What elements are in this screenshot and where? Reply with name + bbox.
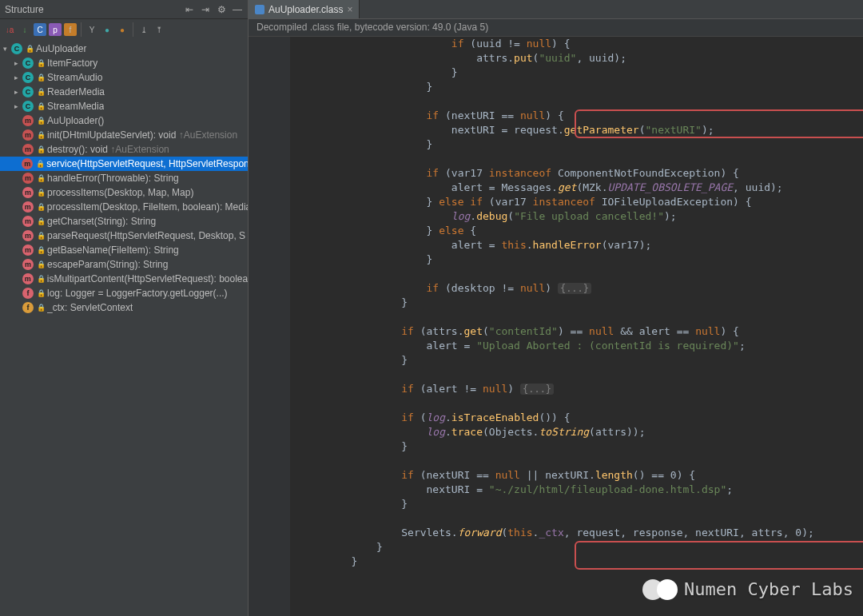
- editor-area: AuUploader.class × Decompiled .class fil…: [249, 0, 863, 616]
- code-line[interactable]: 145 alert = Messages.get(MZk.UPDATE_OBSO…: [249, 181, 863, 195]
- tree-item-label: getCharset(String): String: [47, 216, 156, 227]
- filter-p-icon[interactable]: p: [49, 23, 62, 36]
- arrow-icon[interactable]: ▸: [14, 59, 22, 67]
- lock-icon: 🔒: [37, 59, 46, 67]
- code-line[interactable]: 135 if (uuid != null) {: [249, 37, 863, 51]
- sort-alpha-icon[interactable]: ↓a: [3, 23, 16, 36]
- structure-tree-item[interactable]: ▾C🔒AuUploader: [0, 42, 248, 56]
- structure-tree-item[interactable]: m🔒processItem(Desktop, FileItem, boolean…: [0, 200, 248, 214]
- code-line[interactable]: 167 if (alert != null) {...}: [249, 382, 863, 396]
- structure-tree-item[interactable]: m🔒service(HttpServletRequest, HttpServle…: [0, 157, 248, 171]
- code-line[interactable]: 137 }: [249, 66, 863, 80]
- close-icon[interactable]: ×: [347, 4, 352, 15]
- code-line[interactable]: 184 }: [249, 439, 863, 454]
- tree-item-label: AuUploader: [36, 43, 86, 54]
- code-line[interactable]: 188 }: [249, 497, 863, 511]
- code-text: } else {: [301, 224, 476, 238]
- tree-item-label: parseRequest(HttpServletRequest, Desktop…: [47, 230, 245, 241]
- node-kind-icon: m: [22, 230, 34, 241]
- structure-tree-item[interactable]: ▸C🔒ItemFactory: [0, 56, 248, 70]
- code-line[interactable]: 151: [249, 267, 863, 281]
- structure-tree-item[interactable]: m🔒escapeParam(String): String: [0, 257, 248, 272]
- code-line[interactable]: 143: [249, 152, 863, 166]
- code-line[interactable]: 189: [249, 511, 863, 526]
- node-kind-icon: f: [22, 288, 34, 299]
- structure-tree-item[interactable]: m🔒isMultipartContent(HttpServletRequest)…: [0, 272, 248, 286]
- code-line[interactable]: 144 if (var17 instanceof ComponentNotFou…: [249, 166, 863, 181]
- code-line[interactable]: 183 log.trace(Objects.toString(attrs));: [249, 425, 863, 439]
- gear-icon[interactable]: ⚙: [216, 4, 227, 15]
- code-text: }: [301, 554, 357, 569]
- node-kind-icon: C: [22, 58, 34, 69]
- arrow-icon[interactable]: ▾: [3, 45, 11, 53]
- expand-panel-icon[interactable]: ⇥: [200, 4, 211, 15]
- code-line[interactable]: 162: [249, 310, 863, 324]
- code-line[interactable]: 182 if (log.isTraceEnabled()) {: [249, 411, 863, 425]
- editor-tab[interactable]: AuUploader.class ×: [249, 0, 360, 18]
- code-line[interactable]: 185: [249, 454, 863, 468]
- filter-c-icon[interactable]: C: [34, 23, 46, 36]
- code-line[interactable]: 165 }: [249, 353, 863, 368]
- lock-icon: 🔒: [26, 45, 34, 53]
- tree-item-label: isMultipartContent(HttpServletRequest): …: [47, 273, 248, 284]
- code-editor[interactable]: Numen Cyber Labs 135 if (uuid != null) {…: [249, 37, 863, 616]
- arrow-icon[interactable]: ▸: [14, 74, 22, 81]
- code-line[interactable]: 186 if (nextURI == null || nextURI.lengt…: [249, 468, 863, 483]
- code-text: if (uuid != null) {: [301, 37, 571, 51]
- code-line[interactable]: 148 } else {: [249, 224, 863, 238]
- filter-orange-icon[interactable]: ●: [116, 23, 129, 36]
- code-line[interactable]: 150 }: [249, 252, 863, 267]
- code-line[interactable]: 190 Servlets.forward(this._ctx, request,…: [249, 526, 863, 540]
- structure-tree-item[interactable]: m🔒destroy(): void ↑AuExtension: [0, 142, 248, 157]
- code-line[interactable]: 187 nextURI = "~./zul/html/fileupload-do…: [249, 483, 863, 497]
- code-line[interactable]: 166: [249, 368, 863, 382]
- code-line[interactable]: 136 attrs.put("uuid", uuid);: [249, 51, 863, 66]
- lock-icon: 🔒: [37, 117, 46, 125]
- structure-tree-item[interactable]: ▸C🔒StreamMedia: [0, 99, 248, 113]
- structure-tree-item[interactable]: m🔒parseRequest(HttpServletRequest, Deskt…: [0, 229, 248, 243]
- branch-icon[interactable]: Y: [86, 23, 98, 36]
- code-line[interactable]: 181: [249, 396, 863, 411]
- code-line[interactable]: 149 alert = this.handleError(var17);: [249, 238, 863, 252]
- node-kind-icon: m: [22, 216, 34, 227]
- structure-tree-item[interactable]: m🔒getCharset(String): String: [0, 214, 248, 229]
- tree-item-label: StreamAudio: [47, 72, 102, 83]
- code-line[interactable]: 142 }: [249, 137, 863, 152]
- sort-visibility-icon[interactable]: ↓: [18, 23, 31, 36]
- node-kind-icon: m: [22, 273, 34, 284]
- autoscroll-editor-icon[interactable]: ⤒: [153, 23, 165, 36]
- node-kind-icon: C: [22, 101, 34, 112]
- filter-fields-icon[interactable]: f: [64, 23, 77, 36]
- structure-tree-item[interactable]: f🔒log: Logger = LoggerFactory.getLogger(…: [0, 286, 248, 300]
- code-line[interactable]: 139: [249, 94, 863, 109]
- structure-tree-item[interactable]: f🔒_ctx: ServletContext: [0, 300, 248, 315]
- code-text: }: [301, 80, 432, 94]
- structure-tree-item[interactable]: ▸C🔒StreamAudio: [0, 70, 248, 85]
- code-line[interactable]: 164 alert = "Upload Aborted : (contentId…: [249, 339, 863, 353]
- structure-tree-item[interactable]: m🔒getBaseName(FileItem): String: [0, 243, 248, 257]
- code-line[interactable]: 146 } else if (var17 instanceof IOFileUp…: [249, 195, 863, 209]
- code-text: alert = "Upload Aborted : (contentId is …: [301, 339, 746, 353]
- code-line[interactable]: 138 }: [249, 80, 863, 94]
- code-text: if (attrs.get("contentId") == null && al…: [301, 324, 739, 339]
- structure-tree-item[interactable]: m🔒init(DHtmlUpdateServlet): void ↑AuExte…: [0, 128, 248, 142]
- autoscroll-source-icon[interactable]: ⤓: [137, 23, 150, 36]
- hide-panel-icon[interactable]: —: [232, 4, 243, 15]
- structure-tree-item[interactable]: m🔒handleError(Throwable): String: [0, 171, 248, 185]
- code-text: }: [301, 137, 432, 152]
- structure-tree-item[interactable]: ▸C🔒ReaderMedia: [0, 85, 248, 99]
- code-line[interactable]: 152 if (desktop != null) {...}: [249, 281, 863, 296]
- filter-circle-icon[interactable]: ●: [101, 23, 113, 36]
- code-text: attrs.put("uuid", uuid);: [301, 51, 626, 66]
- collapse-panel-icon[interactable]: ⇤: [184, 4, 195, 15]
- structure-tree-item[interactable]: m🔒AuUploader(): [0, 113, 248, 128]
- arrow-icon[interactable]: ▸: [14, 88, 22, 96]
- code-text: if (nextURI == null || nextURI.length() …: [301, 468, 695, 483]
- code-line[interactable]: 161 }: [249, 296, 863, 310]
- arrow-icon[interactable]: ▸: [14, 102, 22, 110]
- code-line[interactable]: 147 log.debug("File upload cancelled!");: [249, 209, 863, 224]
- code-line[interactable]: 163 if (attrs.get("contentId") == null &…: [249, 324, 863, 339]
- structure-tree[interactable]: ▾C🔒AuUploader▸C🔒ItemFactory▸C🔒StreamAudi…: [0, 40, 248, 616]
- structure-tree-item[interactable]: m🔒processItems(Desktop, Map, Map): [0, 185, 248, 200]
- lock-icon: 🔒: [37, 304, 46, 312]
